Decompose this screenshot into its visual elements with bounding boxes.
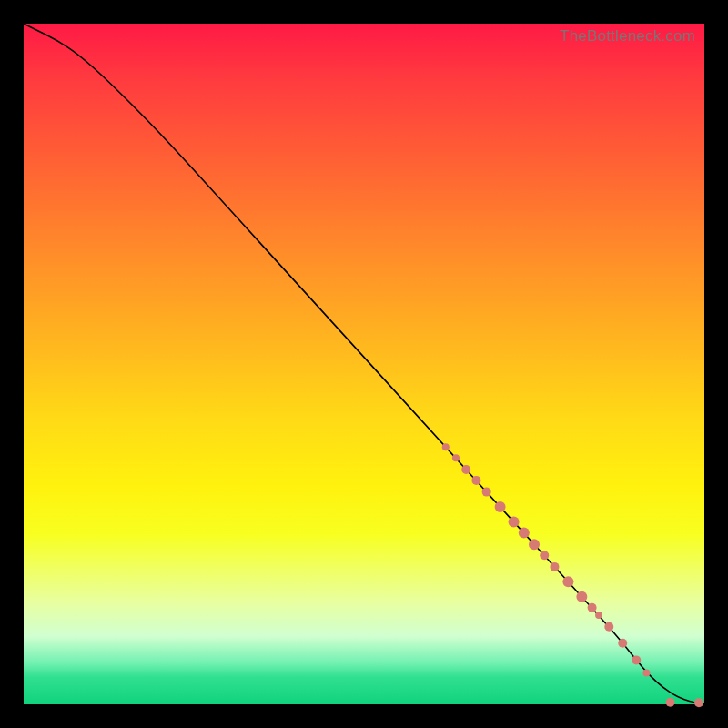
data-marker	[495, 501, 506, 512]
chart-svg	[24, 24, 704, 704]
data-marker	[694, 698, 703, 707]
data-marker	[595, 612, 602, 619]
chart-plot-area: TheBottleneck.com	[24, 24, 704, 704]
data-marker	[576, 592, 587, 602]
data-marker	[588, 603, 597, 612]
data-marker	[562, 576, 573, 587]
data-marker	[442, 443, 450, 450]
data-marker	[509, 517, 520, 528]
marker-group	[442, 443, 703, 707]
data-marker	[604, 622, 613, 632]
data-marker	[529, 539, 540, 550]
data-marker	[666, 698, 675, 707]
data-marker	[519, 528, 530, 539]
data-marker	[642, 670, 650, 677]
data-marker	[632, 655, 641, 664]
data-marker	[618, 639, 627, 648]
data-marker	[550, 562, 559, 571]
data-marker	[482, 488, 491, 497]
data-marker	[461, 465, 470, 474]
curve-line	[24, 24, 704, 703]
data-marker	[540, 551, 549, 560]
data-marker	[471, 476, 480, 485]
data-marker	[452, 454, 460, 461]
